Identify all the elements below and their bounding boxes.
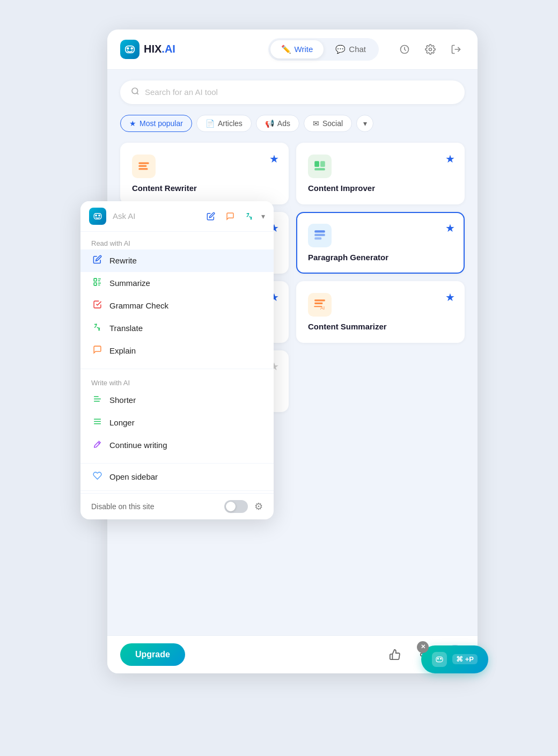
svg-rect-37 — [94, 278, 97, 281]
cta-kbd-label: ⌘ +P — [452, 654, 478, 664]
menu-item-continue-writing[interactable]: Continue writing — [80, 434, 274, 457]
longer-icon — [91, 417, 103, 429]
tool-name-content-rewriter: Content Rewriter — [132, 184, 277, 193]
upgrade-button[interactable]: Upgrade — [120, 643, 185, 666]
thumbs-up-icon[interactable] — [385, 645, 405, 664]
tool-icon-paragraph-generator — [308, 224, 332, 247]
filter-more-button[interactable]: ▾ — [356, 115, 373, 132]
pencil-action-icon[interactable] — [203, 209, 218, 224]
svg-rect-23 — [314, 302, 322, 304]
summarize-icon — [91, 277, 103, 289]
tool-card-paragraph-generator[interactable]: ★ Paragraph Generator — [296, 212, 465, 274]
explain-icon — [91, 345, 103, 357]
search-placeholder: Search for an AI tool — [145, 87, 218, 97]
tool-name-content-summarizer: Content Summarizer — [308, 322, 453, 331]
context-menu: Ask AI — [80, 201, 274, 519]
menu-item-explain[interactable]: Explain — [80, 340, 274, 362]
rewrite-icon — [91, 255, 103, 267]
star-filter-icon: ★ — [129, 119, 136, 128]
tool-icon-content-summarizer: AI — [308, 293, 332, 317]
tab-chat[interactable]: 💬 Chat — [325, 40, 377, 58]
svg-rect-17 — [314, 230, 325, 232]
header: HIX.AI ✏️ Write 💬 Chat — [107, 30, 478, 70]
ask-ai-logo-icon — [89, 208, 106, 225]
open-sidebar-label: Open sidebar — [109, 472, 158, 481]
svg-point-46 — [440, 658, 442, 659]
svg-point-45 — [437, 658, 439, 659]
search-area: Search for an AI tool — [107, 70, 478, 109]
svg-rect-13 — [314, 168, 325, 170]
star-content-summarizer[interactable]: ★ — [445, 291, 455, 304]
tab-write[interactable]: ✏️ Write — [270, 40, 324, 58]
tool-icon-content-rewriter — [132, 155, 156, 178]
explain-label: Explain — [109, 346, 136, 355]
menu-divider-3 — [80, 490, 274, 491]
filter-bar: ★ Most popular 📄 Articles 📢 Ads ✉ Social… — [107, 109, 478, 137]
svg-rect-11 — [314, 161, 319, 167]
svg-rect-22 — [314, 299, 325, 301]
svg-line-7 — [137, 93, 138, 94]
chat-action-icon[interactable] — [223, 209, 238, 224]
filter-most-popular[interactable]: ★ Most popular — [120, 115, 192, 132]
logout-icon[interactable] — [447, 41, 465, 58]
translate-action-icon[interactable] — [242, 209, 257, 224]
articles-filter-icon: 📄 — [205, 119, 215, 128]
menu-item-longer[interactable]: Longer — [80, 412, 274, 434]
menu-item-open-sidebar[interactable]: Open sidebar — [80, 466, 274, 488]
svg-rect-10 — [138, 168, 148, 170]
filter-ads[interactable]: 📢 Ads — [256, 115, 299, 132]
floating-cta[interactable]: ✕ ⌘ +P — [421, 645, 488, 673]
menu-item-grammar-check[interactable]: Grammar Check — [80, 295, 274, 317]
tool-name-paragraph-generator: Paragraph Generator — [308, 253, 453, 262]
svg-rect-47 — [436, 657, 443, 662]
ask-ai-actions: ▾ — [203, 209, 265, 224]
rewrite-label: Rewrite — [109, 256, 137, 265]
menu-item-shorter[interactable]: Shorter — [80, 389, 274, 412]
star-paragraph-generator[interactable]: ★ — [445, 222, 455, 234]
disable-settings-icon[interactable]: ⚙ — [254, 501, 263, 512]
grammar-check-label: Grammar Check — [109, 301, 168, 310]
menu-item-translate[interactable]: Translate — [80, 317, 274, 340]
menu-item-summarize[interactable]: Summarize — [80, 272, 274, 295]
history-icon[interactable] — [396, 41, 413, 58]
write-icon: ✏️ — [281, 45, 291, 54]
ask-ai-placeholder[interactable]: Ask AI — [113, 211, 197, 221]
open-sidebar-icon — [91, 471, 103, 483]
svg-rect-18 — [314, 233, 325, 236]
disable-toggle[interactable] — [224, 500, 248, 513]
ads-filter-icon: 📢 — [265, 119, 274, 128]
tool-card-content-summarizer[interactable]: AI ★ Content Summarizer — [296, 281, 465, 343]
filter-articles[interactable]: 📄 Articles — [196, 115, 252, 132]
svg-point-0 — [127, 47, 129, 49]
svg-rect-12 — [320, 161, 325, 167]
menu-divider-2 — [80, 463, 274, 464]
search-box[interactable]: Search for an AI tool — [120, 80, 465, 104]
social-filter-icon: ✉ — [313, 119, 319, 128]
star-content-rewriter[interactable]: ★ — [269, 152, 279, 165]
ask-ai-bar: Ask AI — [80, 201, 274, 232]
shorter-icon — [91, 394, 103, 406]
shorter-label: Shorter — [109, 395, 136, 405]
star-content-improver-1[interactable]: ★ — [445, 152, 455, 165]
svg-rect-9 — [138, 165, 146, 166]
tool-name-content-improver-1: Content Improver — [308, 184, 453, 193]
tool-card-content-improver-1[interactable]: ★ Content Improver — [296, 143, 465, 204]
close-cta-button[interactable]: ✕ — [417, 641, 429, 653]
disable-row: Disable on this site ⚙ — [80, 493, 274, 519]
settings-icon[interactable] — [422, 41, 439, 58]
svg-point-35 — [98, 214, 100, 216]
menu-item-rewrite[interactable]: Rewrite — [80, 249, 274, 272]
write-section-label: Write with AI — [80, 376, 274, 389]
svg-rect-38 — [94, 282, 97, 285]
tool-icon-content-improver-1 — [308, 155, 332, 178]
translate-label: Translate — [109, 324, 143, 333]
logo: HIX.AI — [120, 40, 175, 59]
logo-icon — [120, 40, 140, 59]
svg-point-6 — [132, 88, 138, 94]
longer-label: Longer — [109, 418, 135, 427]
translate-icon — [91, 322, 103, 334]
tool-card-content-rewriter[interactable]: ★ Content Rewriter — [120, 143, 289, 204]
filter-social[interactable]: ✉ Social — [304, 115, 352, 132]
dropdown-chevron-icon[interactable]: ▾ — [261, 212, 265, 221]
read-section: Read with AI Rewrite — [80, 232, 274, 366]
